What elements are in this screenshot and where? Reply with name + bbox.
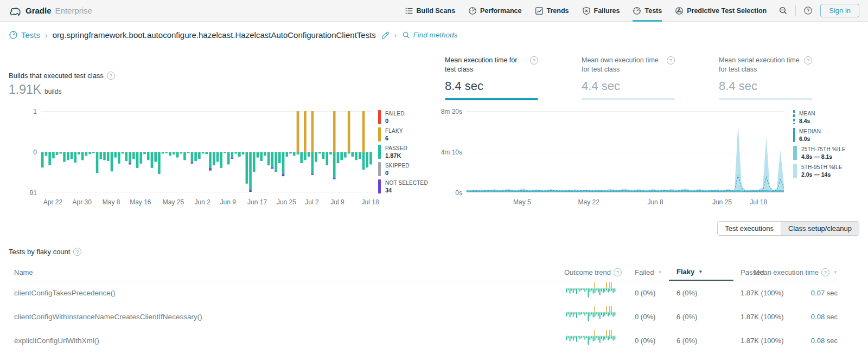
metric-card-underline [719,98,812,100]
nav-item-build-scans[interactable]: Build Scans [405,0,456,22]
breadcrumb: Tests › org.springframework.boot.autocon… [9,30,457,40]
legend-label: NOT SELECTED [385,180,428,186]
toggle-class-setup-cleanup[interactable]: Class setup/cleanup [781,222,859,235]
metric-card-value: 4.4 sec [582,79,675,93]
column-header-mean-execution-time[interactable]: Mean execution time ▼ [754,264,838,281]
metric-card-mean-own-execution-time-for-test-class[interactable]: Mean own execution time for test class4.… [582,56,675,100]
nav-item-failures[interactable]: Failures [582,0,620,22]
builds-xtick-apr-30: Apr 30 [73,198,92,206]
legend-label: MEAN [799,111,815,117]
nav-item-label: Tests [644,7,662,15]
test-name-link[interactable]: clientConfigWithInstanceNameCreatesClien… [14,313,202,321]
breadcrumb-separator: › [394,31,397,40]
column-header-flaky[interactable]: Flaky ▼ [669,264,733,281]
legend-label: FAILED [385,111,405,117]
test-name-link[interactable]: clientConfigTakesPrecedence() [14,289,116,297]
breadcrumb-separator: › [45,31,48,40]
tests-table-help-icon[interactable] [73,248,81,256]
exec-xtick-may-22: May 22 [578,198,599,206]
table-row[interactable]: explicitConfigUrlWithXml()0 (0%)6 (0%)1.… [9,328,838,352]
breadcrumb-root-label: Tests [21,30,40,40]
mean-execution-time-label: Mean execution time [754,268,819,276]
passed-value: 1.87K (100%) [741,313,784,321]
nav-item-predictive-test-selection[interactable]: Predictive Test Selection [675,0,767,22]
builds-count-number: 1.91K [9,82,41,97]
builds-xtick-jul-2: Jul 2 [305,198,318,206]
builds-xtick-jun-9: Jun 9 [220,198,236,206]
sign-in-button[interactable]: Sign in [820,4,859,17]
execution-time-chart[interactable] [467,111,784,192]
builds-xtick-jun-2: Jun 2 [195,198,210,206]
failed-label: Failed [635,268,654,276]
builds-count: 1.91K builds [9,82,61,97]
outcome-trend-sparkline [566,282,616,304]
table-row[interactable]: clientConfigWithInstanceNameCreatesClien… [9,305,838,328]
table-row[interactable]: clientConfigTakesPrecedence()0 (0%)6 (0%… [9,281,838,305]
exec-ytick-mid: 4m 10s [433,149,462,156]
flaky-value: 6 (0%) [676,313,697,321]
legend-swatch [378,179,381,193]
nav-item-label: Build Scans [417,7,456,15]
failed-value: 0 (0%) [635,313,655,321]
tests-table-title: Tests by flaky count [9,248,81,256]
metric-help-icon[interactable] [530,56,538,64]
legend-value: 0 [385,170,410,176]
legend-swatch [378,162,381,176]
outcome-trend-help-icon[interactable] [614,268,622,276]
gradle-enterprise-logo[interactable]: Gradle Enterprise [9,5,92,16]
builds-xtick-may-16: May 16 [130,198,151,206]
metric-card-mean-execution-time-for-test-class[interactable]: Mean execution time for test class8.4 se… [445,56,538,100]
legend-value: 0 [385,118,405,124]
metric-card-value: 8.4 sec [445,79,538,93]
mean-execution-time-value: 0.08 sec [811,313,838,321]
table-header: Name Outcome trend Failed ▼ Flaky ▼ Pass… [9,264,838,281]
builds-panel-title-text: Builds that executed test class [9,72,104,80]
trends-icon [535,7,544,15]
legend-label: 5TH-95TH %ILE [801,164,843,170]
builds-chart[interactable] [41,111,373,192]
tests-table-title-text: Tests by flaky count [9,248,70,256]
legend-swatch [378,110,381,124]
edit-pencil-icon[interactable] [381,31,390,40]
nav-item-tests[interactable]: Tests [633,0,662,22]
exec-ytick-top: 8m 20s [433,108,462,115]
execution-time-legend: MEAN8.4sMEDIAN6.0s25TH-75TH %ILE4.8s — 8… [793,110,846,182]
builds-ytick-zero: 0 [21,149,37,156]
metric-card-mean-serial-execution-time-for-test-class[interactable]: Mean serial execution time for test clas… [719,56,812,100]
nav-item-performance[interactable]: Performance [468,0,521,22]
help-icon[interactable] [803,6,813,15]
breadcrumb-tests-link[interactable]: Tests [9,30,40,40]
passed-value: 1.87K (100%) [741,289,784,297]
legend-swatch [378,145,381,159]
legend-value: 6.0s [799,135,821,142]
metric-help-icon[interactable] [667,56,675,64]
flaky-label: Flaky [676,268,694,276]
find-methods-link[interactable]: Find methods [402,31,458,39]
legend-swatch [793,110,795,124]
flaky-value: 6 (0%) [676,337,697,345]
builds-xtick-may-8: May 8 [103,198,120,206]
toggle-test-executions[interactable]: Test executions [718,222,781,235]
failures-icon [582,7,591,15]
failed-value: 0 (0%) [635,289,655,297]
metric-help-icon[interactable] [804,56,812,64]
builds-xtick-jul-18: Jul 18 [362,198,379,206]
mean-execution-time-help-icon[interactable] [821,268,829,276]
outcome-trend-sparkline [566,306,616,327]
builds-help-icon[interactable] [107,72,115,80]
legend-swatch [378,127,381,141]
mean-execution-time-value: 0.08 sec [811,337,838,345]
tests-icon [9,30,18,40]
sort-icon: ▼ [833,270,838,275]
nav-item-trends[interactable]: Trends [535,0,569,22]
column-header-failed[interactable]: Failed ▼ [635,264,662,281]
test-name-link[interactable]: explicitConfigUrlWithXml() [14,337,99,345]
exec-xtick-may-5: May 5 [513,198,531,206]
outcome-trend-label: Outcome trend [564,268,611,276]
builds-ytick-top: 1 [21,108,37,115]
legend-value: 1.87K [385,152,407,159]
builds-legend: FAILED0FLAKY6PASSED1.87KSKIPPED0NOT SELE… [378,110,428,197]
search-icon[interactable] [778,6,788,15]
nav-divider [795,5,796,16]
legend-value: 34 [385,187,428,193]
